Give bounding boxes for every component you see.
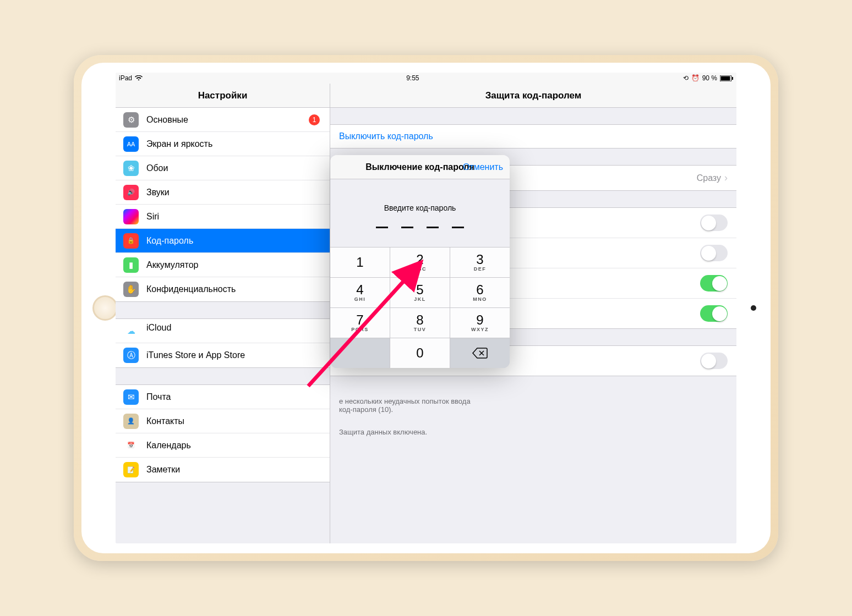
- row-label: Обои: [146, 163, 322, 173]
- sidebar-item-contacts[interactable]: 👤Контакты: [116, 409, 330, 433]
- popover-title: Выключение код-пароля: [365, 162, 474, 172]
- key-number: 7: [356, 314, 363, 327]
- detail-title: Защита код-паролем: [330, 84, 736, 108]
- clock: 9:55: [406, 74, 419, 82]
- sidebar-item-general[interactable]: ⚙Основные1: [116, 108, 330, 132]
- key-number: 6: [476, 283, 483, 296]
- keypad-4[interactable]: 4GHI: [330, 278, 390, 307]
- sidebar-item-icloud[interactable]: ☁iCloud: [116, 319, 330, 343]
- require-passcode-value: Сразу: [697, 173, 721, 183]
- key-letters: DEF: [474, 266, 487, 272]
- popover-body: Введите код-пароль: [330, 179, 510, 247]
- sidebar-item-passcode[interactable]: 🔒Код-пароль: [116, 229, 330, 253]
- toggle-switch-2[interactable]: [700, 275, 728, 292]
- alarm-icon: ⏰: [691, 74, 700, 82]
- row-label: iTunes Store и App Store: [146, 350, 322, 360]
- key-number: 1: [356, 256, 363, 269]
- disable-passcode-button[interactable]: Выключить код-пароль: [330, 124, 736, 148]
- svg-rect-1: [721, 76, 730, 80]
- lock-rotation-icon: ⟲: [683, 74, 689, 82]
- backspace-icon: [472, 348, 488, 359]
- device-label: iPad: [119, 74, 132, 82]
- sidebar-item-sounds[interactable]: 🔊Звуки: [116, 180, 330, 205]
- sidebar-item-mail[interactable]: ✉Почта: [116, 385, 330, 409]
- siri-icon: [123, 209, 139, 224]
- keypad-1[interactable]: 1: [330, 248, 390, 277]
- notes-icon: 📝: [123, 462, 139, 477]
- keypad-6[interactable]: 6MNO: [450, 278, 510, 307]
- display-icon: AA: [123, 136, 139, 152]
- sounds-icon: 🔊: [123, 185, 139, 200]
- numeric-keypad: 12ABC3DEF4GHI5JKL6MNO7PQRS8TUV9WXYZ0: [330, 247, 510, 368]
- sidebar-item-wallpaper[interactable]: ❀Обои: [116, 156, 330, 180]
- keypad-blank: [330, 338, 390, 368]
- status-bar: iPad 9:55 ⟲ ⏰ 90 %: [116, 73, 736, 84]
- bezel: iPad 9:55 ⟲ ⏰ 90 % Настройки: [81, 63, 771, 553]
- row-label: Контакты: [146, 416, 322, 426]
- settings-group-1: ⚙Основные1AAЭкран и яркость❀Обои🔊ЗвукиSi…: [116, 108, 330, 302]
- keypad-5[interactable]: 5JKL: [390, 278, 450, 307]
- toggle-switch-0[interactable]: [700, 215, 728, 231]
- row-label: Почта: [146, 392, 322, 402]
- sidebar-item-privacy[interactable]: ✋Конфиденциальность: [116, 277, 330, 301]
- wallpaper-icon: ❀: [123, 161, 139, 176]
- sidebar-item-siri[interactable]: Siri: [116, 205, 330, 229]
- key-letters: WXYZ: [471, 327, 489, 332]
- sidebar-item-itunes[interactable]: ⒶiTunes Store и App Store: [116, 343, 330, 367]
- footnote-protection: Защита данных включена.: [330, 424, 736, 436]
- passcode-prompt: Введите код-пароль: [330, 204, 510, 212]
- keypad-delete[interactable]: [450, 338, 510, 368]
- cancel-button[interactable]: Отменить: [463, 162, 503, 172]
- itunes-icon: Ⓐ: [123, 348, 139, 363]
- row-label: Основные: [146, 115, 309, 125]
- camera-dot: [751, 305, 756, 311]
- key-number: 4: [356, 283, 363, 296]
- key-letters: PQRS: [351, 327, 369, 332]
- passcode-dash: [452, 227, 464, 228]
- keypad-9[interactable]: 9WXYZ: [450, 308, 510, 338]
- keypad-2[interactable]: 2ABC: [390, 248, 450, 277]
- popover-header: Выключение код-пароля Отменить: [330, 155, 510, 179]
- keypad-8[interactable]: 8TUV: [390, 308, 450, 338]
- contacts-icon: 👤: [123, 414, 139, 429]
- passcode-dashes: [330, 227, 510, 228]
- key-letters: TUV: [414, 327, 427, 332]
- passcode-dash: [401, 227, 413, 228]
- sidebar-item-notes[interactable]: 📝Заметки: [116, 458, 330, 482]
- row-label: Конфиденциальность: [146, 284, 322, 294]
- row-label: Экран и яркость: [146, 139, 322, 149]
- passcode-popover: Выключение код-пароля Отменить Введите к…: [330, 155, 510, 368]
- settings-group-2: ☁iCloud ⒶiTunes Store и App Store: [116, 318, 330, 368]
- sidebar-item-calendar[interactable]: 📅Календарь: [116, 433, 330, 458]
- row-label: Календарь: [146, 441, 322, 450]
- wifi-icon: [135, 75, 143, 81]
- row-label: Siri: [146, 212, 322, 222]
- row-label: iCloud: [146, 323, 322, 339]
- key-letters: JKL: [414, 296, 426, 302]
- home-button[interactable]: [92, 295, 118, 321]
- icloud-icon: ☁: [123, 323, 139, 339]
- settings-list[interactable]: ⚙Основные1AAЭкран и яркость❀Обои🔊ЗвукиSi…: [116, 108, 330, 543]
- erase-data-switch[interactable]: [700, 353, 728, 369]
- row-label: Звуки: [146, 188, 322, 197]
- key-number: 0: [416, 346, 423, 360]
- key-number: 5: [416, 283, 423, 296]
- svg-rect-2: [732, 77, 733, 80]
- passcode-dash: [376, 227, 388, 228]
- passcode-icon: 🔒: [123, 233, 139, 249]
- passcode-dash: [427, 227, 439, 228]
- privacy-icon: ✋: [123, 282, 139, 297]
- toggle-switch-3[interactable]: [700, 305, 728, 322]
- keypad-0[interactable]: 0: [390, 338, 450, 368]
- mail-icon: ✉: [123, 389, 139, 405]
- key-number: 2: [416, 253, 423, 266]
- keypad-7[interactable]: 7PQRS: [330, 308, 390, 338]
- sidebar-item-battery[interactable]: ▮Аккумулятор: [116, 253, 330, 277]
- battery-icon: [720, 75, 733, 81]
- sidebar-item-display[interactable]: AAЭкран и яркость: [116, 132, 330, 156]
- row-label: Аккумулятор: [146, 260, 322, 270]
- toggle-switch-1[interactable]: [700, 245, 728, 261]
- ipad-device: iPad 9:55 ⟲ ⏰ 90 % Настройки: [74, 55, 778, 561]
- key-letters: MNO: [473, 296, 487, 302]
- keypad-3[interactable]: 3DEF: [450, 248, 510, 277]
